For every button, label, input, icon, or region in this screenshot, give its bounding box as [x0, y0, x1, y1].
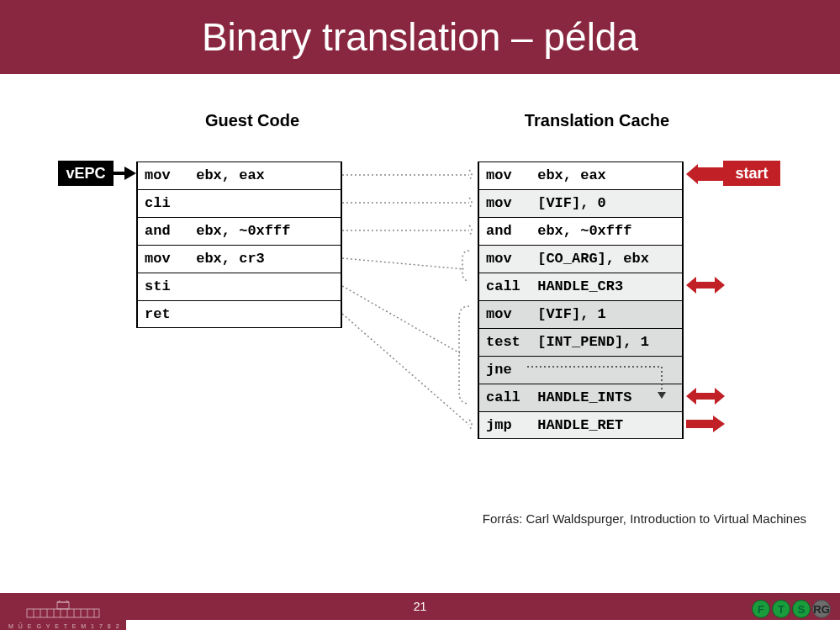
- svg-line-10: [342, 286, 460, 353]
- footer-icon: T: [772, 600, 790, 618]
- guest-row: ret: [138, 300, 341, 328]
- guest-row: cli: [138, 189, 341, 217]
- guest-code-table: mov ebx, eax cli and ebx, ~0xfff mov ebx…: [136, 161, 342, 328]
- svg-marker-1: [124, 167, 136, 180]
- guest-row: sti: [138, 273, 341, 300]
- footer-icon: S: [792, 600, 811, 618]
- title-bar: Binary translation – példa: [0, 0, 840, 74]
- trans-row: mov [VIF], 1: [479, 300, 682, 328]
- svg-line-9: [342, 258, 464, 269]
- footer-icon: RG: [812, 600, 831, 618]
- svg-marker-2: [686, 164, 725, 184]
- translation-cache-header: Translation Cache: [513, 111, 681, 130]
- logo-text: M Ű E G Y E T E M 1 7 8 2: [8, 623, 121, 629]
- footer-icon: F: [752, 600, 770, 618]
- double-arrow-icon: [686, 386, 725, 406]
- svg-marker-4: [686, 388, 725, 405]
- page-number: 21: [414, 600, 427, 613]
- guest-row: and ebx, ~0xfff: [138, 217, 341, 245]
- trans-row: test [INT_PEND], 1: [479, 328, 682, 356]
- footer-icons: F T S RG: [751, 600, 832, 618]
- footer: 21 M Ű E G Y E T E M 1 7 8 2 F T S: [0, 593, 840, 630]
- start-label: start: [723, 161, 780, 186]
- building-icon: [25, 601, 101, 622]
- content-area: Guest Code Translation Cache vEPC start …: [0, 74, 840, 576]
- trans-row: call HANDLE_CR3: [479, 273, 682, 300]
- guest-row: mov ebx, eax: [138, 161, 341, 189]
- right-arrow-icon: [686, 414, 725, 434]
- guest-code-header: Guest Code: [168, 111, 336, 130]
- svg-marker-3: [686, 277, 725, 294]
- trans-row: mov [CO_ARG], ebx: [479, 245, 682, 273]
- translation-cache-table: mov ebx, eax mov [VIF], 0 and ebx, ~0xff…: [478, 161, 684, 439]
- guest-row: mov ebx, cr3: [138, 245, 341, 273]
- double-arrow-icon: [686, 275, 725, 295]
- slide-title: Binary translation – példa: [202, 14, 638, 60]
- svg-rect-13: [27, 609, 99, 617]
- svg-marker-25: [57, 601, 69, 602]
- source-credit: Forrás: Carl Waldspurger, Introduction t…: [483, 511, 806, 526]
- trans-row: call HANDLE_INTS: [479, 384, 682, 411]
- svg-line-11: [342, 314, 469, 425]
- trans-row: mov ebx, eax: [479, 161, 682, 189]
- vepc-label: vEPC: [58, 161, 114, 186]
- mapping-connectors-icon: [342, 161, 478, 498]
- vepc-arrow-icon: [113, 167, 138, 183]
- svg-rect-24: [57, 602, 69, 609]
- svg-marker-5: [686, 416, 725, 432]
- trans-row: mov [VIF], 0: [479, 189, 682, 217]
- slide: Binary translation – példa Guest Code Tr…: [0, 0, 840, 630]
- university-logo: M Ű E G Y E T E M 1 7 8 2: [0, 593, 126, 630]
- trans-row: jne: [479, 356, 682, 384]
- trans-row: and ebx, ~0xfff: [479, 217, 682, 245]
- start-arrow-icon: [686, 164, 725, 184]
- trans-row: jmp HANDLE_RET: [479, 411, 682, 439]
